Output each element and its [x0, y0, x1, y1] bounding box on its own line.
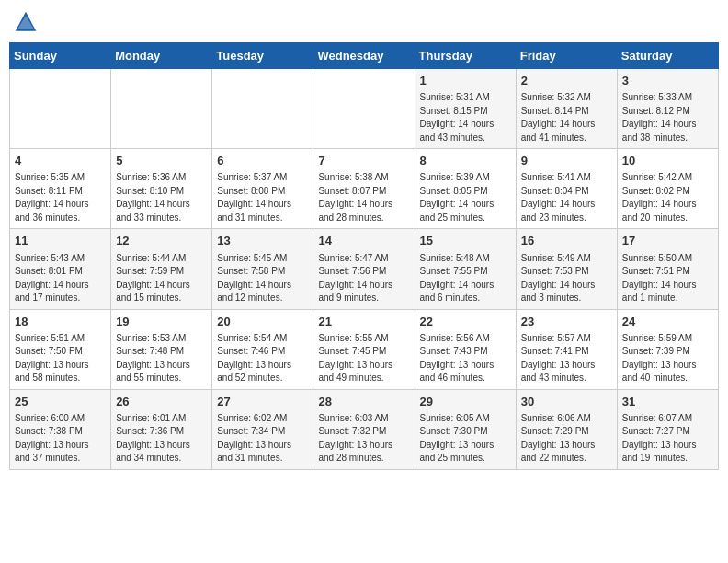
- day-number: 16: [521, 233, 612, 249]
- calendar-week-row: 4Sunrise: 5:35 AM Sunset: 8:11 PM Daylig…: [10, 149, 719, 229]
- calendar-cell: 15Sunrise: 5:48 AM Sunset: 7:55 PM Dayli…: [415, 229, 516, 309]
- logo: [13, 9, 42, 35]
- calendar-week-row: 11Sunrise: 5:43 AM Sunset: 8:01 PM Dayli…: [10, 229, 719, 309]
- day-info: Sunrise: 6:03 AM Sunset: 7:32 PM Dayligh…: [318, 412, 409, 465]
- day-info: Sunrise: 5:50 AM Sunset: 7:51 PM Dayligh…: [622, 252, 713, 305]
- day-info: Sunrise: 5:32 AM Sunset: 8:14 PM Dayligh…: [521, 91, 612, 144]
- weekday-header-friday: Friday: [516, 43, 617, 69]
- day-info: Sunrise: 5:35 AM Sunset: 8:11 PM Dayligh…: [15, 171, 106, 224]
- day-info: Sunrise: 5:49 AM Sunset: 7:53 PM Dayligh…: [521, 252, 612, 305]
- calendar-cell: 1Sunrise: 5:31 AM Sunset: 8:15 PM Daylig…: [415, 69, 516, 149]
- day-number: 31: [622, 394, 713, 410]
- day-number: 23: [521, 314, 612, 330]
- weekday-header-wednesday: Wednesday: [313, 43, 415, 69]
- calendar-cell: [313, 69, 415, 149]
- calendar-cell: 18Sunrise: 5:51 AM Sunset: 7:50 PM Dayli…: [10, 309, 111, 389]
- day-info: Sunrise: 5:36 AM Sunset: 8:10 PM Dayligh…: [116, 171, 207, 224]
- calendar-cell: 21Sunrise: 5:55 AM Sunset: 7:45 PM Dayli…: [313, 309, 415, 389]
- day-number: 8: [420, 153, 511, 169]
- day-info: Sunrise: 6:00 AM Sunset: 7:38 PM Dayligh…: [15, 412, 106, 465]
- day-number: 1: [420, 73, 511, 89]
- calendar-cell: 19Sunrise: 5:53 AM Sunset: 7:48 PM Dayli…: [111, 309, 212, 389]
- weekday-header-monday: Monday: [111, 43, 212, 69]
- calendar-cell: 30Sunrise: 6:06 AM Sunset: 7:29 PM Dayli…: [516, 389, 617, 469]
- day-info: Sunrise: 6:05 AM Sunset: 7:30 PM Dayligh…: [420, 412, 511, 465]
- calendar-cell: 28Sunrise: 6:03 AM Sunset: 7:32 PM Dayli…: [313, 389, 415, 469]
- day-info: Sunrise: 6:06 AM Sunset: 7:29 PM Dayligh…: [521, 412, 612, 465]
- calendar-cell: 24Sunrise: 5:59 AM Sunset: 7:39 PM Dayli…: [617, 309, 718, 389]
- day-number: 13: [217, 233, 308, 249]
- weekday-header-sunday: Sunday: [10, 43, 111, 69]
- calendar-cell: [212, 69, 313, 149]
- calendar-cell: 26Sunrise: 6:01 AM Sunset: 7:36 PM Dayli…: [111, 389, 212, 469]
- day-number: 29: [420, 394, 511, 410]
- generalblue-logo-icon: [13, 9, 39, 35]
- calendar-cell: [111, 69, 212, 149]
- day-number: 9: [521, 153, 612, 169]
- day-number: 7: [318, 153, 409, 169]
- calendar-cell: 13Sunrise: 5:45 AM Sunset: 7:58 PM Dayli…: [212, 229, 313, 309]
- calendar-week-row: 1Sunrise: 5:31 AM Sunset: 8:15 PM Daylig…: [10, 69, 719, 149]
- day-number: 12: [116, 233, 207, 249]
- calendar-cell: 5Sunrise: 5:36 AM Sunset: 8:10 PM Daylig…: [111, 149, 212, 229]
- day-number: 25: [15, 394, 106, 410]
- day-number: 28: [318, 394, 409, 410]
- day-info: Sunrise: 6:01 AM Sunset: 7:36 PM Dayligh…: [116, 412, 207, 465]
- day-info: Sunrise: 5:37 AM Sunset: 8:08 PM Dayligh…: [217, 171, 308, 224]
- calendar-cell: 23Sunrise: 5:57 AM Sunset: 7:41 PM Dayli…: [516, 309, 617, 389]
- day-number: 18: [15, 314, 106, 330]
- day-info: Sunrise: 5:48 AM Sunset: 7:55 PM Dayligh…: [420, 252, 511, 305]
- calendar-table: SundayMondayTuesdayWednesdayThursdayFrid…: [9, 42, 719, 470]
- day-number: 22: [420, 314, 511, 330]
- day-info: Sunrise: 5:31 AM Sunset: 8:15 PM Dayligh…: [420, 91, 511, 144]
- day-number: 24: [622, 314, 713, 330]
- day-info: Sunrise: 6:02 AM Sunset: 7:34 PM Dayligh…: [217, 412, 308, 465]
- calendar-cell: 14Sunrise: 5:47 AM Sunset: 7:56 PM Dayli…: [313, 229, 415, 309]
- calendar-cell: 16Sunrise: 5:49 AM Sunset: 7:53 PM Dayli…: [516, 229, 617, 309]
- day-info: Sunrise: 5:55 AM Sunset: 7:45 PM Dayligh…: [318, 332, 409, 385]
- weekday-header-saturday: Saturday: [617, 43, 718, 69]
- day-info: Sunrise: 5:54 AM Sunset: 7:46 PM Dayligh…: [217, 332, 308, 385]
- day-number: 11: [15, 233, 106, 249]
- day-number: 6: [217, 153, 308, 169]
- day-number: 17: [622, 233, 713, 249]
- calendar-cell: 12Sunrise: 5:44 AM Sunset: 7:59 PM Dayli…: [111, 229, 212, 309]
- day-info: Sunrise: 5:41 AM Sunset: 8:04 PM Dayligh…: [521, 171, 612, 224]
- day-info: Sunrise: 5:56 AM Sunset: 7:43 PM Dayligh…: [420, 332, 511, 385]
- calendar-cell: 22Sunrise: 5:56 AM Sunset: 7:43 PM Dayli…: [415, 309, 516, 389]
- calendar-cell: 2Sunrise: 5:32 AM Sunset: 8:14 PM Daylig…: [516, 69, 617, 149]
- day-info: Sunrise: 6:07 AM Sunset: 7:27 PM Dayligh…: [622, 412, 713, 465]
- calendar-cell: 10Sunrise: 5:42 AM Sunset: 8:02 PM Dayli…: [617, 149, 718, 229]
- calendar-cell: 29Sunrise: 6:05 AM Sunset: 7:30 PM Dayli…: [415, 389, 516, 469]
- calendar-cell: 31Sunrise: 6:07 AM Sunset: 7:27 PM Dayli…: [617, 389, 718, 469]
- weekday-header-tuesday: Tuesday: [212, 43, 313, 69]
- day-number: 15: [420, 233, 511, 249]
- page-header: [9, 9, 719, 35]
- day-info: Sunrise: 5:57 AM Sunset: 7:41 PM Dayligh…: [521, 332, 612, 385]
- day-number: 26: [116, 394, 207, 410]
- day-number: 3: [622, 73, 713, 89]
- day-info: Sunrise: 5:44 AM Sunset: 7:59 PM Dayligh…: [116, 252, 207, 305]
- day-number: 27: [217, 394, 308, 410]
- calendar-cell: 25Sunrise: 6:00 AM Sunset: 7:38 PM Dayli…: [10, 389, 111, 469]
- day-number: 2: [521, 73, 612, 89]
- calendar-cell: 4Sunrise: 5:35 AM Sunset: 8:11 PM Daylig…: [10, 149, 111, 229]
- day-info: Sunrise: 5:53 AM Sunset: 7:48 PM Dayligh…: [116, 332, 207, 385]
- calendar-cell: 8Sunrise: 5:39 AM Sunset: 8:05 PM Daylig…: [415, 149, 516, 229]
- calendar-week-row: 18Sunrise: 5:51 AM Sunset: 7:50 PM Dayli…: [10, 309, 719, 389]
- day-number: 19: [116, 314, 207, 330]
- calendar-cell: 3Sunrise: 5:33 AM Sunset: 8:12 PM Daylig…: [617, 69, 718, 149]
- day-info: Sunrise: 5:42 AM Sunset: 8:02 PM Dayligh…: [622, 171, 713, 224]
- calendar-cell: 20Sunrise: 5:54 AM Sunset: 7:46 PM Dayli…: [212, 309, 313, 389]
- day-info: Sunrise: 5:38 AM Sunset: 8:07 PM Dayligh…: [318, 171, 409, 224]
- day-info: Sunrise: 5:33 AM Sunset: 8:12 PM Dayligh…: [622, 91, 713, 144]
- weekday-header-thursday: Thursday: [415, 43, 516, 69]
- day-info: Sunrise: 5:59 AM Sunset: 7:39 PM Dayligh…: [622, 332, 713, 385]
- calendar-cell: 7Sunrise: 5:38 AM Sunset: 8:07 PM Daylig…: [313, 149, 415, 229]
- calendar-cell: 9Sunrise: 5:41 AM Sunset: 8:04 PM Daylig…: [516, 149, 617, 229]
- day-number: 4: [15, 153, 106, 169]
- day-info: Sunrise: 5:47 AM Sunset: 7:56 PM Dayligh…: [318, 252, 409, 305]
- calendar-cell: 17Sunrise: 5:50 AM Sunset: 7:51 PM Dayli…: [617, 229, 718, 309]
- day-info: Sunrise: 5:51 AM Sunset: 7:50 PM Dayligh…: [15, 332, 106, 385]
- day-info: Sunrise: 5:43 AM Sunset: 8:01 PM Dayligh…: [15, 252, 106, 305]
